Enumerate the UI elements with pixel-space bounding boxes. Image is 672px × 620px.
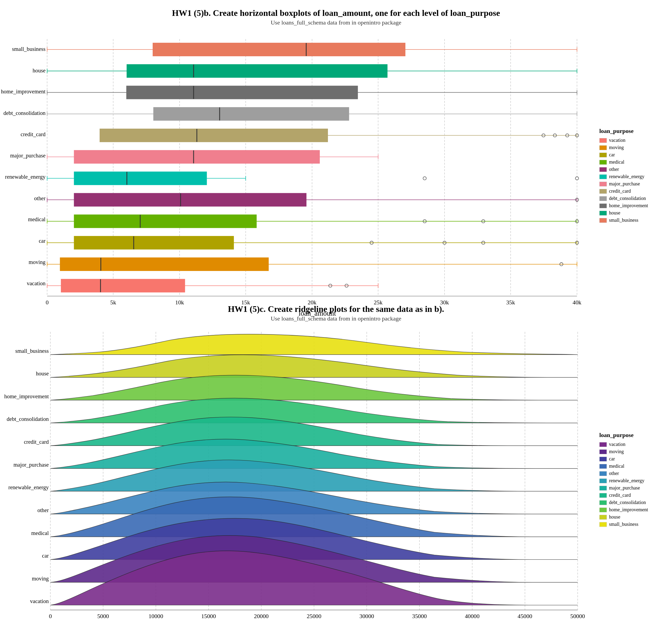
svg-rect-63 — [74, 150, 320, 163]
svg-text:45000: 45000 — [518, 613, 533, 619]
legend-swatch-moving — [599, 145, 607, 150]
legend2-swatch-medical — [599, 464, 607, 469]
svg-text:medical: medical — [31, 530, 49, 536]
svg-text:5000: 5000 — [97, 613, 109, 619]
svg-text:renewable_energy: renewable_energy — [5, 174, 46, 180]
chart1-svg: loan_purpose loan_amount — [8, 29, 594, 323]
legend-item-house: house — [599, 210, 659, 216]
svg-text:moving: moving — [32, 576, 49, 582]
svg-text:medical: medical — [28, 216, 46, 222]
legend2-swatch-other — [599, 471, 607, 476]
legend2-item-major: major_purchase — [599, 485, 659, 491]
svg-text:moving: moving — [29, 259, 46, 265]
chart2-title: HW1 (5)c. Create ridgeline plots for the… — [228, 304, 444, 314]
legend-item-small-biz: small_business — [599, 217, 659, 223]
legend-swatch-house — [599, 211, 607, 215]
svg-text:small_business: small_business — [15, 348, 49, 354]
chart2-subtitle: Use loans_full_schema data from in openi… — [271, 315, 401, 322]
page: HW1 (5)b. Create horizontal boxplots of … — [0, 0, 672, 620]
legend-item-other: other — [599, 166, 659, 172]
legend2-item-small-biz: small_business — [599, 521, 659, 527]
legend2-item-vacation: vacation — [599, 442, 659, 447]
chart2-section: HW1 (5)c. Create ridgeline plots for the… — [0, 301, 672, 598]
legend-swatch-vacation — [599, 138, 607, 143]
svg-rect-39 — [127, 64, 387, 78]
svg-text:car: car — [39, 238, 46, 244]
legend2-swatch-vacation — [599, 442, 607, 447]
chart1-section: HW1 (5)b. Create horizontal boxplots of … — [0, 5, 672, 301]
legend2-swatch-renewable — [599, 478, 607, 483]
legend2-swatch-house — [599, 515, 607, 520]
legend-item-renewable: renewable_energy — [599, 174, 659, 179]
svg-point-70 — [423, 177, 426, 180]
legend2-item-home-imp: home_improvement — [599, 507, 659, 513]
legend2-swatch-credit — [599, 493, 607, 498]
svg-text:renewable_energy: renewable_energy — [8, 484, 49, 490]
svg-text:vacation: vacation — [27, 280, 46, 286]
chart2-plot: 0 5000 10000 15000 20000 25000 30000 350… — [8, 325, 594, 620]
legend2-swatch-home-imp — [599, 508, 607, 512]
svg-text:other: other — [37, 507, 49, 513]
svg-text:debt_consolidation: debt_consolidation — [3, 110, 46, 116]
legend2-swatch-major — [599, 486, 607, 490]
svg-rect-49 — [153, 107, 349, 120]
svg-text:car: car — [42, 553, 49, 559]
svg-rect-104 — [61, 279, 185, 292]
svg-rect-75 — [74, 193, 306, 206]
svg-text:house: house — [33, 67, 46, 73]
legend-swatch-renewable — [599, 174, 607, 179]
legend2-swatch-moving — [599, 449, 607, 454]
legend-swatch-car — [599, 153, 607, 157]
chart1-legend: loan_purpose vacation moving car medical — [594, 29, 664, 323]
legend-item-car: car — [599, 152, 659, 158]
legend-swatch-debt — [599, 196, 607, 201]
legend2-swatch-car — [599, 457, 607, 462]
legend2-item-medical: medical — [599, 463, 659, 469]
svg-text:10000: 10000 — [149, 613, 163, 619]
svg-text:small_business: small_business — [12, 46, 46, 52]
chart1-subtitle: Use loans_full_schema data from in openi… — [271, 19, 401, 26]
legend2-item-other: other — [599, 471, 659, 476]
svg-rect-34 — [153, 43, 405, 56]
legend-swatch-home-imp — [599, 203, 607, 208]
chart2-legend-title: loan_purpose — [599, 432, 659, 438]
legend-item-debt: debt_consolidation — [599, 196, 659, 201]
svg-text:vacation: vacation — [30, 598, 49, 604]
svg-rect-54 — [100, 129, 328, 142]
chart1-plot: loan_purpose loan_amount — [8, 29, 594, 323]
legend-swatch-other — [599, 167, 607, 172]
legend2-item-debt: debt_consolidation — [599, 500, 659, 505]
svg-rect-44 — [127, 86, 357, 99]
chart1-title: HW1 (5)b. Create horizontal boxplots of … — [172, 8, 500, 18]
svg-text:20000: 20000 — [254, 613, 269, 619]
chart2-legend: loan_purpose vacation moving car medical — [594, 325, 664, 620]
svg-text:50000: 50000 — [570, 613, 585, 619]
svg-text:25000: 25000 — [307, 613, 322, 619]
chart1-area: loan_purpose loan_amount — [0, 26, 672, 328]
svg-rect-98 — [60, 258, 269, 271]
svg-text:0: 0 — [49, 613, 52, 619]
legend-swatch-medical — [599, 160, 607, 165]
svg-text:30000: 30000 — [359, 613, 374, 619]
svg-text:major_purchase: major_purchase — [13, 462, 49, 468]
legend2-item-credit: credit_card — [599, 493, 659, 498]
legend-item-vacation: vacation — [599, 138, 659, 143]
svg-text:house: house — [36, 370, 49, 376]
svg-text:credit_card: credit_card — [24, 439, 49, 445]
svg-text:40000: 40000 — [465, 613, 480, 619]
legend2-swatch-small-biz — [599, 522, 607, 527]
legend2-swatch-debt — [599, 500, 607, 505]
legend2-item-house: house — [599, 514, 659, 520]
legend-item-credit: credit_card — [599, 188, 659, 194]
svg-text:home_improvement: home_improvement — [1, 89, 46, 95]
svg-text:15000: 15000 — [201, 613, 215, 619]
legend2-item-car: car — [599, 456, 659, 462]
svg-text:credit_card: credit_card — [21, 131, 46, 137]
svg-text:home_improvement: home_improvement — [4, 394, 49, 400]
chart1-legend-title: loan_purpose — [599, 127, 659, 135]
svg-text:debt_consolidation: debt_consolidation — [7, 416, 49, 422]
svg-rect-89 — [74, 236, 233, 249]
svg-text:other: other — [34, 195, 46, 201]
chart2-area: 0 5000 10000 15000 20000 25000 30000 350… — [0, 322, 672, 620]
legend-swatch-major — [599, 182, 607, 187]
